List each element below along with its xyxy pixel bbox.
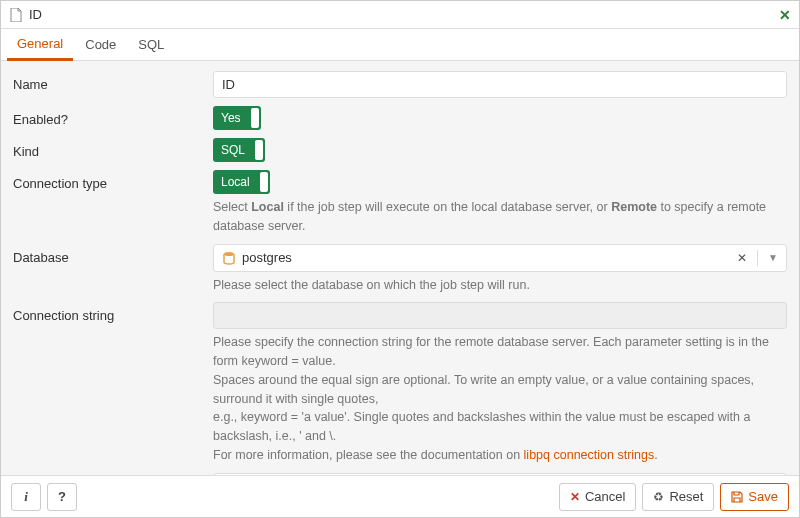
kind-toggle[interactable]: SQL <box>213 138 265 162</box>
tab-bar: General Code SQL <box>1 29 799 61</box>
footer: i ? ✕ Cancel ♻ Reset Save <box>1 475 799 517</box>
row-enabled: Enabled? Yes <box>13 106 787 130</box>
database-select[interactable]: postgres ✕ ▼ <box>213 244 787 272</box>
row-name: Name <box>13 71 787 98</box>
tab-sql[interactable]: SQL <box>128 29 174 61</box>
connection-string-help: Please specify the connection string for… <box>213 333 787 464</box>
enabled-toggle[interactable]: Yes <box>213 106 261 130</box>
connection-type-help: Select Local if the job step will execut… <box>213 198 787 236</box>
info-icon: i <box>24 489 28 505</box>
libpq-doc-link[interactable]: libpq connection strings <box>524 448 655 462</box>
chevron-down-icon: ▼ <box>768 252 778 263</box>
toggle-knob <box>260 172 268 192</box>
connection-type-toggle-label: Local <box>213 175 258 189</box>
reset-label: Reset <box>669 489 703 504</box>
titlebar: ID ✕ <box>1 1 799 29</box>
tab-general[interactable]: General <box>7 29 73 61</box>
on-error-select[interactable]: Fail ▼ <box>213 473 787 476</box>
connection-string-input[interactable] <box>213 302 787 329</box>
row-database: Database postgres ✕ ▼ Please select the … <box>13 244 787 295</box>
help-button[interactable]: ? <box>47 483 77 511</box>
cancel-icon: ✕ <box>570 490 580 504</box>
close-icon[interactable]: ✕ <box>779 7 791 23</box>
row-kind: Kind SQL <box>13 138 787 162</box>
label-connection-type: Connection type <box>13 170 213 191</box>
label-kind: Kind <box>13 138 213 159</box>
reset-icon: ♻ <box>653 490 664 504</box>
row-connection-string: Connection string Please specify the con… <box>13 302 787 464</box>
info-button[interactable]: i <box>11 483 41 511</box>
label-database: Database <box>13 244 213 265</box>
name-input[interactable] <box>213 71 787 98</box>
reset-button[interactable]: ♻ Reset <box>642 483 714 511</box>
connection-type-toggle[interactable]: Local <box>213 170 270 194</box>
row-on-error: On error Fail ▼ <box>13 473 787 476</box>
save-label: Save <box>748 489 778 504</box>
save-icon <box>731 491 743 503</box>
label-name: Name <box>13 71 213 92</box>
label-connection-string: Connection string <box>13 302 213 323</box>
row-connection-type: Connection type Local Select Local if th… <box>13 170 787 236</box>
label-enabled: Enabled? <box>13 106 213 127</box>
svg-point-0 <box>224 252 234 256</box>
enabled-toggle-label: Yes <box>213 111 249 125</box>
dialog-title: ID <box>29 7 779 22</box>
form-area: Name Enabled? Yes Kind SQL Connection ty… <box>1 61 799 475</box>
help-icon: ? <box>58 489 66 504</box>
database-icon <box>222 251 236 265</box>
cancel-button[interactable]: ✕ Cancel <box>559 483 636 511</box>
label-on-error: On error <box>13 473 213 476</box>
database-help: Please select the database on which the … <box>213 276 787 295</box>
kind-toggle-label: SQL <box>213 143 253 157</box>
database-value: postgres <box>242 250 731 265</box>
tab-code[interactable]: Code <box>75 29 126 61</box>
cancel-label: Cancel <box>585 489 625 504</box>
toggle-knob <box>251 108 259 128</box>
document-icon <box>9 8 23 22</box>
toggle-knob <box>255 140 263 160</box>
clear-database-icon[interactable]: ✕ <box>737 251 747 265</box>
save-button[interactable]: Save <box>720 483 789 511</box>
